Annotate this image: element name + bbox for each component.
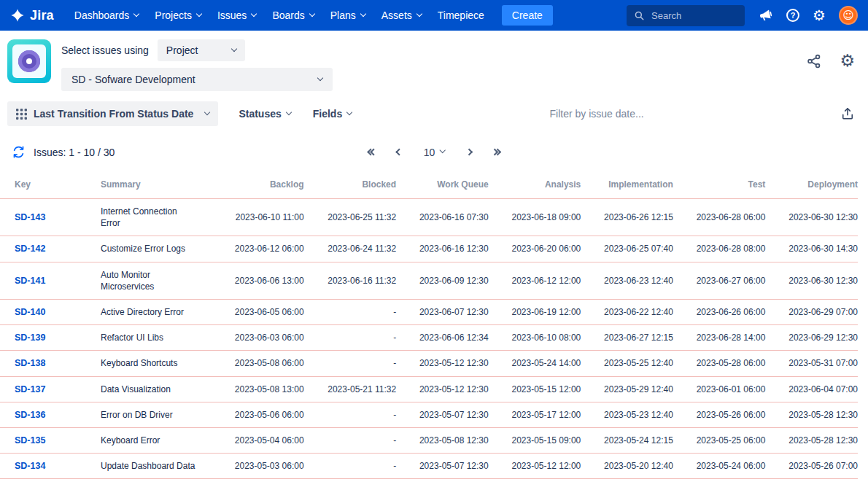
date-cell: 2023-06-06 12:34 [396, 325, 489, 351]
chevron-down-icon [317, 74, 323, 80]
fields-dropdown[interactable]: Fields [311, 104, 353, 124]
date-cell: 2023-05-28 12:30 [765, 402, 858, 427]
nav-item-dashboards[interactable]: Dashboards [67, 5, 147, 26]
column-header-blocked: Blocked [304, 171, 397, 199]
page-size-dropdown[interactable]: 10 [419, 144, 449, 161]
date-cell: 2023-06-10 08:00 [489, 325, 581, 351]
create-button[interactable]: Create [502, 5, 553, 26]
first-page-button[interactable] [365, 147, 379, 157]
issue-key-link[interactable]: SD-137 [15, 384, 45, 394]
chevron-down-icon [133, 10, 139, 16]
search-box[interactable] [627, 5, 745, 26]
issue-key-link[interactable]: SD-141 [15, 276, 45, 286]
date-cell: 2023-06-04 07:00 [765, 376, 858, 402]
date-cell: 2023-06-07 12:30 [396, 299, 489, 324]
date-cell: 2023-05-15 09:00 [489, 427, 581, 453]
date-field-dropdown[interactable]: Last Transition From Status Date [7, 101, 218, 126]
issue-key-link[interactable]: SD-142 [15, 244, 45, 254]
toolbar: Last Transition From Status Date Statuse… [0, 96, 868, 126]
nav-item-plans[interactable]: Plans [323, 5, 373, 26]
date-cell: 2023-05-24 12:15 [581, 427, 673, 453]
date-cell: 2023-05-26 06:00 [673, 402, 766, 427]
issue-key-link[interactable]: SD-134 [15, 461, 45, 471]
help-icon[interactable]: ? [786, 9, 799, 22]
table-row: SD-141 Auto Monitor Microservices 2023-0… [0, 262, 858, 299]
issue-key-link[interactable]: SD-138 [15, 358, 45, 368]
issue-key-link[interactable]: SD-139 [15, 332, 45, 343]
report-settings-gear-icon[interactable]: ⚙ [840, 52, 855, 69]
table-row: SD-140 Active Directory Error 2023-06-05… [0, 299, 858, 324]
statuses-dropdown[interactable]: Statuses [237, 104, 292, 124]
chevron-down-icon [285, 109, 291, 114]
table-row: SD-137 Data Visualization 2023-05-08 13:… [0, 376, 858, 402]
nav-item-issues[interactable]: Issues [210, 5, 263, 26]
report-header: Select issues using Project SD - Sofware… [0, 31, 868, 96]
issue-summary: Data Visualization [101, 376, 212, 402]
date-cell: 2023-05-25 06:00 [673, 427, 766, 453]
date-cell: 2023-05-08 13:00 [212, 376, 304, 402]
share-icon[interactable] [806, 53, 822, 69]
date-cell: 2023-05-07 12:30 [396, 454, 489, 479]
prev-page-button[interactable] [394, 147, 405, 157]
date-cell: 2023-06-29 07:00 [765, 299, 858, 324]
jira-logo[interactable]: Jira [10, 8, 54, 23]
announcements-icon[interactable] [758, 8, 773, 23]
date-cell: 2023-06-18 09:00 [489, 199, 581, 236]
issue-key-link[interactable]: SD-143 [15, 212, 45, 222]
issue-summary: Auto Monitor Microservices [101, 262, 212, 299]
table-row: SD-139 Refactor UI Libs 2023-06-03 06:00… [0, 325, 858, 351]
date-cell: 2023-06-30 12:30 [765, 262, 858, 299]
date-cell: 2023-06-16 11:32 [304, 262, 397, 299]
issue-summary: Active Directory Error [101, 299, 212, 324]
chevron-down-icon [196, 10, 202, 16]
search-input[interactable] [650, 9, 730, 22]
issue-key-link[interactable]: SD-135 [15, 435, 45, 446]
nav-left: Jira DashboardsProjectsIssuesBoardsPlans… [10, 5, 553, 26]
issue-key-link[interactable]: SD-136 [15, 410, 45, 420]
date-cell: 2023-06-06 13:00 [212, 262, 304, 299]
nav-item-assets[interactable]: Assets [374, 5, 429, 26]
chevron-down-icon [346, 109, 352, 114]
search-icon [634, 10, 645, 21]
date-cell: 2023-06-10 11:00 [212, 199, 304, 236]
user-avatar[interactable]: ☺ [839, 6, 858, 25]
date-cell: 2023-06-24 11:32 [304, 236, 397, 262]
column-header-backlog: Backlog [212, 171, 304, 199]
chevron-down-icon [231, 45, 237, 51]
date-cell: 2023-06-26 06:00 [673, 299, 766, 324]
issue-key-link[interactable]: SD-140 [15, 307, 45, 317]
issue-summary: Keyboard Error [101, 427, 212, 453]
nav-item-timepiece[interactable]: Timepiece [430, 5, 492, 26]
settings-gear-icon[interactable]: ⚙ [813, 8, 826, 23]
date-cell: 2023-05-07 12:30 [396, 402, 489, 427]
project-dropdown[interactable]: SD - Sofware Development [61, 68, 333, 91]
nav-right: ? ⚙ ☺ [627, 5, 858, 26]
date-cell: 2023-06-23 12:40 [581, 262, 673, 299]
date-cell: 2023-06-16 07:30 [396, 199, 489, 236]
export-icon[interactable] [840, 106, 855, 121]
select-mode-dropdown[interactable]: Project [158, 39, 245, 61]
next-page-button[interactable] [463, 147, 474, 157]
issue-selectors: Select issues using Project SD - Sofware… [61, 39, 333, 91]
filter-wrap [372, 107, 821, 120]
refresh-icon[interactable] [12, 145, 26, 159]
nav-item-boards[interactable]: Boards [265, 5, 321, 26]
column-header-analysis: Analysis [489, 171, 581, 199]
date-cell: - [304, 351, 397, 376]
date-cell: 2023-05-28 12:30 [765, 427, 858, 453]
last-page-button[interactable] [489, 147, 503, 157]
table-row: SD-136 Error on DB Driver 2023-05-06 06:… [0, 402, 858, 427]
date-cell: 2023-06-30 14:30 [765, 236, 858, 262]
nav-item-projects[interactable]: Projects [147, 5, 209, 26]
top-navbar: Jira DashboardsProjectsIssuesBoardsPlans… [0, 0, 868, 31]
chevron-down-icon [416, 10, 422, 16]
date-cell: 2023-06-25 07:40 [581, 236, 673, 262]
date-cell: 2023-06-26 12:15 [581, 199, 673, 236]
date-cell: 2023-05-25 12:40 [581, 351, 673, 376]
date-cell: 2023-06-25 11:32 [304, 199, 397, 236]
date-cell: 2023-06-09 12:30 [396, 262, 489, 299]
date-cell: 2023-06-29 12:30 [765, 325, 858, 351]
date-cell: - [304, 325, 397, 351]
date-cell: 2023-05-08 06:00 [212, 351, 304, 376]
issue-date-filter-input[interactable] [509, 107, 684, 120]
